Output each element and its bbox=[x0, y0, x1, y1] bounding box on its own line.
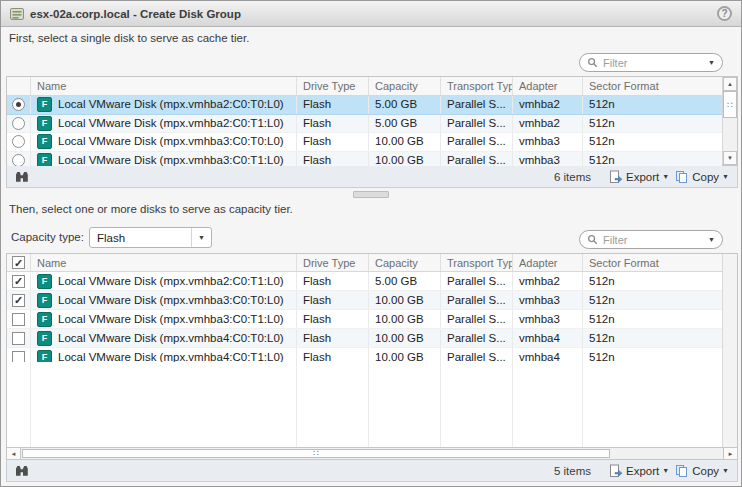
export-button[interactable]: Export ▼ bbox=[609, 170, 669, 184]
column-header-sector-format[interactable]: Sector Format bbox=[583, 77, 722, 95]
cache-filter-dropdown-icon[interactable]: ▼ bbox=[708, 59, 715, 66]
disk-adapter: vmhba3 bbox=[513, 291, 583, 309]
export-dropdown-icon: ▼ bbox=[662, 173, 669, 180]
disk-sector-format: 512n bbox=[583, 272, 722, 290]
disk-adapter-value: vmhba2 bbox=[519, 273, 560, 290]
disk-capacity: 10.00 GB bbox=[369, 329, 441, 347]
capacity-table-header: ✓ Name Drive Type Capacity Transport Typ… bbox=[7, 254, 722, 272]
table-row[interactable]: FLocal VMware Disk (mpx.vmhba2:C0:T1:L0)… bbox=[7, 115, 722, 134]
table-row[interactable]: ✓FLocal VMware Disk (mpx.vmhba2:C0:T1:L0… bbox=[7, 272, 722, 291]
table-row[interactable]: FLocal VMware Disk (mpx.vmhba3:C0:T1:L0)… bbox=[7, 152, 722, 167]
flash-disk-icon: F bbox=[37, 153, 52, 166]
table-row[interactable]: ✓FLocal VMware Disk (mpx.vmhba3:C0:T0:L0… bbox=[7, 291, 722, 310]
column-header-capacity[interactable]: Capacity bbox=[369, 254, 441, 271]
column-header-name[interactable]: Name bbox=[31, 77, 297, 95]
disk-radio[interactable] bbox=[12, 98, 25, 111]
column-header-transport-type[interactable]: Transport Type bbox=[441, 77, 513, 95]
disk-name-label: Local VMware Disk (mpx.vmhba2:C0:T1:L0) bbox=[58, 273, 284, 290]
scrollbar-thumb[interactable]: ∷ bbox=[723, 91, 737, 118]
table-row[interactable]: FLocal VMware Disk (mpx.vmhba4:C0:T0:L0)… bbox=[7, 329, 722, 348]
disk-capacity-value: 10.00 GB bbox=[375, 349, 424, 363]
disk-drive-type-value: Flash bbox=[303, 349, 331, 363]
select-all-column-header: ✓ bbox=[7, 254, 31, 271]
disk-adapter-value: vmhba3 bbox=[519, 152, 560, 166]
capacity-filter-input[interactable]: Filter ▼ bbox=[579, 230, 723, 249]
empty-column-cell bbox=[31, 362, 297, 447]
disk-adapter: vmhba4 bbox=[513, 348, 583, 362]
disk-radio[interactable] bbox=[12, 154, 25, 166]
disk-checkbox[interactable]: ✓ bbox=[12, 294, 25, 307]
disk-transport-type: Parallel S... bbox=[441, 329, 513, 347]
disk-transport-type-value: Parallel S... bbox=[447, 330, 506, 347]
disk-name-label: Local VMware Disk (mpx.vmhba3:C0:T1:L0) bbox=[58, 311, 284, 328]
scroll-left-icon[interactable]: ◄ bbox=[7, 448, 21, 459]
disk-drive-type-value: Flash bbox=[303, 115, 331, 132]
disk-name-label: Local VMware Disk (mpx.vmhba3:C0:T0:L0) bbox=[58, 292, 284, 309]
table-row[interactable]: FLocal VMware Disk (mpx.vmhba4:C0:T1:L0)… bbox=[7, 348, 722, 362]
scroll-down-icon[interactable]: ▼ bbox=[723, 151, 737, 165]
copy-button[interactable]: Copy ▼ bbox=[675, 170, 729, 184]
select-all-checkbox[interactable]: ✓ bbox=[12, 256, 25, 269]
copy-icon bbox=[675, 170, 689, 184]
search-icon bbox=[587, 57, 598, 68]
column-header-drive-type[interactable]: Drive Type bbox=[297, 254, 369, 271]
column-header-adapter[interactable]: Adapter bbox=[513, 254, 583, 271]
copy-dropdown-icon: ▼ bbox=[722, 173, 729, 180]
empty-column-cell bbox=[369, 362, 441, 447]
export-button[interactable]: Export ▼ bbox=[609, 464, 669, 478]
capacity-type-value: Flash bbox=[90, 232, 191, 244]
cache-table-header: Name Drive Type Capacity Transport Type … bbox=[7, 77, 722, 96]
column-header-drive-type[interactable]: Drive Type bbox=[297, 77, 369, 95]
column-header-transport-type[interactable]: Transport Type bbox=[441, 254, 513, 271]
disk-sector-format-value: 512n bbox=[589, 349, 615, 363]
disk-capacity-value: 10.00 GB bbox=[375, 311, 424, 328]
disk-sector-format-value: 512n bbox=[589, 311, 615, 328]
disk-capacity-value: 10.00 GB bbox=[375, 292, 424, 309]
cache-vertical-scrollbar[interactable]: ▲ ∷ ▼ bbox=[722, 77, 737, 165]
disk-transport-type: Parallel S... bbox=[441, 272, 513, 290]
disk-checkbox[interactable] bbox=[12, 351, 25, 363]
cache-filter-input[interactable]: Filter ▼ bbox=[579, 53, 723, 72]
copy-icon bbox=[675, 464, 689, 478]
disk-checkbox[interactable] bbox=[12, 332, 25, 345]
disk-radio[interactable] bbox=[12, 135, 25, 148]
capacity-vertical-scrollbar[interactable] bbox=[722, 254, 737, 447]
disk-checkbox[interactable] bbox=[12, 313, 25, 326]
cache-table-footer: 6 items Export ▼ Copy ▼ bbox=[6, 166, 738, 188]
disk-adapter: vmhba2 bbox=[513, 272, 583, 290]
column-header-adapter[interactable]: Adapter bbox=[513, 77, 583, 95]
disk-name-label: Local VMware Disk (mpx.vmhba4:C0:T1:L0) bbox=[58, 349, 284, 363]
disk-name-cell: FLocal VMware Disk (mpx.vmhba3:C0:T0:L0) bbox=[31, 291, 297, 309]
disk-radio[interactable] bbox=[12, 117, 25, 130]
disk-drive-type: Flash bbox=[297, 348, 369, 362]
find-icon[interactable] bbox=[15, 171, 29, 183]
disk-capacity: 5.00 GB bbox=[369, 96, 441, 114]
cache-tier-instruction: First, select a single disk to serve as … bbox=[9, 32, 249, 44]
splitter-handle[interactable] bbox=[353, 191, 389, 198]
column-header-capacity[interactable]: Capacity bbox=[369, 77, 441, 95]
horizontal-scrollbar[interactable]: ◄ ∷ ► bbox=[6, 448, 738, 460]
disk-sector-format: 512n bbox=[583, 348, 722, 362]
find-icon[interactable] bbox=[15, 465, 29, 477]
flash-disk-icon: F bbox=[37, 331, 52, 346]
disk-sector-format-value: 512n bbox=[589, 96, 615, 113]
scrollbar-thumb[interactable]: ∷ bbox=[22, 449, 610, 458]
help-button[interactable]: ? bbox=[717, 6, 732, 21]
capacity-filter-dropdown-icon[interactable]: ▼ bbox=[708, 236, 715, 243]
table-row[interactable]: FLocal VMware Disk (mpx.vmhba3:C0:T1:L0)… bbox=[7, 310, 722, 329]
flash-disk-icon: F bbox=[37, 293, 52, 308]
disk-capacity-value: 5.00 GB bbox=[375, 273, 417, 290]
capacity-type-dropdown-icon[interactable]: ▼ bbox=[191, 228, 211, 247]
copy-button[interactable]: Copy ▼ bbox=[675, 464, 729, 478]
scroll-right-icon[interactable]: ► bbox=[723, 448, 737, 459]
disk-checkbox[interactable]: ✓ bbox=[12, 275, 25, 288]
scroll-up-icon[interactable]: ▲ bbox=[723, 77, 737, 91]
disk-adapter: vmhba3 bbox=[513, 310, 583, 328]
table-row[interactable]: FLocal VMware Disk (mpx.vmhba3:C0:T0:L0)… bbox=[7, 133, 722, 152]
row-selector-cell bbox=[7, 152, 31, 167]
table-row[interactable]: FLocal VMware Disk (mpx.vmhba2:C0:T0:L0)… bbox=[7, 96, 722, 115]
capacity-type-select[interactable]: Flash ▼ bbox=[89, 227, 212, 248]
column-header-name[interactable]: Name bbox=[31, 254, 297, 271]
column-header-sector-format[interactable]: Sector Format bbox=[583, 254, 722, 271]
capacity-table-footer: 5 items Export ▼ Copy ▼ bbox=[6, 460, 738, 482]
